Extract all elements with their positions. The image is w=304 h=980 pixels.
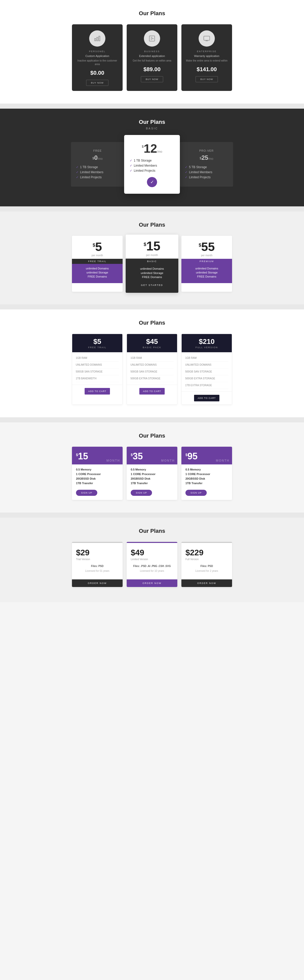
s5-price-area-15: $15 MONTH (72, 447, 123, 465)
s2-feature-item: ✓Limited Members (76, 170, 119, 174)
s1-btn-enterprise[interactable]: BUY NOW (196, 76, 218, 82)
s5-spec-row: 0.5 Memory (185, 468, 228, 471)
section2-pricing: Our Plans BASIC FREE $0/mo ✓1 TB Storage… (0, 109, 304, 206)
svg-rect-0 (95, 38, 96, 41)
format-label: Files: (91, 565, 97, 568)
business-icon-wrap (144, 30, 160, 46)
spec-label: Transfer (137, 482, 148, 485)
price-num: 15 (78, 451, 88, 461)
s3-get-started-btn[interactable]: GET STARTED (130, 282, 174, 289)
s4-spec-item: 500GB EXTRA STORAGE (131, 375, 173, 382)
s4-spec-item: 1GB RAM (185, 355, 228, 362)
s2-price-sup-basic: $ (142, 145, 144, 148)
spec-label: Memory (135, 468, 146, 471)
s5-card-95: $95 MONTH 0.5 Memory 1 CORE Processor 20… (181, 447, 232, 500)
s1-plan-name-business: BUSINESS (131, 50, 173, 52)
s6-license-trial: Licensed for 01 years (72, 568, 123, 576)
s2-price-main-free: 0 (94, 154, 97, 161)
s6-price-area-limited: $49 Limited Version (127, 543, 177, 563)
s4-add-to-cart-btn-full[interactable]: ADD TO CART (194, 395, 220, 401)
s5-spec-row: 1TB Transfer (76, 482, 119, 485)
s1-subdesc-business: Get the full features on within area (131, 59, 173, 62)
s1-btn-business[interactable]: BUY NOW (141, 76, 163, 82)
check-icon: ✓ (76, 165, 78, 169)
s6-order-btn-trial[interactable]: ORDER NOW (72, 579, 123, 587)
s3-features-free: unlimited Domains unlimited Storage FREE… (72, 264, 123, 283)
section2-subtitle: BASIC (5, 127, 299, 130)
s4-spec-item: 1TB EXTRA STORAGE (185, 382, 228, 389)
s1-subdesc-enterprise: Make the entire area to extend within (185, 59, 228, 62)
divider2 (0, 206, 304, 212)
s5-price-area-95: $95 MONTH (181, 447, 232, 465)
s6-plan-type-full: Full Version (185, 558, 228, 561)
s5-card-15: $15 MONTH 0.5 Memory 1 CORE Processor 20… (72, 447, 123, 500)
s3-feature-item: unlimited Storage (76, 271, 119, 274)
s4-price-basic: $45 (129, 337, 175, 346)
spec-key: 20GBSSD (131, 477, 144, 480)
s2-price-main-pro: 25 (201, 154, 208, 161)
s5-signup-btn-95[interactable]: SIGN UP (185, 490, 207, 496)
feature-text: Limited Projects (80, 175, 102, 179)
s1-btn-personel[interactable]: BUY NOW (86, 80, 108, 86)
s2-free-label: FREE (76, 149, 119, 152)
s2-pro-label: PRO-VER (185, 149, 228, 152)
s4-spec-item: 1TB BANDWIDTH (76, 375, 119, 382)
s2-price-row-basic: $12/mo (130, 143, 174, 155)
s6-order-btn-limited[interactable]: ORDER NOW (127, 579, 177, 587)
s2-feature-item: ✓5 TB Storage (185, 165, 228, 169)
spec-label: Disk (90, 477, 95, 480)
s3-card-basic: $15 per month BASIC unlimited Domains un… (126, 235, 178, 293)
s1-desc-enterprise: Warranty application (185, 54, 228, 58)
s2-card-basic: $12/mo ✓1 TB Storage ✓Limited Members ✓L… (124, 135, 180, 194)
section4-cards: $5 FREE TRAIL 1GB RAM UNLIMITED DOMAINS … (5, 334, 299, 405)
s5-signup-btn-35[interactable]: SIGN UP (131, 490, 152, 496)
dollar-icon: $ (144, 242, 146, 247)
s3-feature-item: FREE Domains (76, 275, 119, 278)
check-icon: ✓ (76, 175, 78, 179)
spec-key: 1TB (185, 482, 191, 485)
s6-format-row-trial: Files: PSD (72, 563, 123, 568)
dollar-icon: $ (131, 453, 133, 457)
s4-add-to-cart-btn-free[interactable]: ADD TO CART (84, 388, 110, 395)
s4-plan-name-basic: BASIC PACK (129, 346, 175, 349)
s6-price-full: $229 (185, 548, 228, 557)
s6-plan-type-limited: Limited Version (131, 558, 173, 561)
check-icon: ✓ (130, 159, 132, 162)
spec-label: Memory (190, 468, 201, 471)
s4-spec-item: 1GB RAM (131, 355, 173, 362)
s1-subdesc-personel: Inactive application to the customer are… (76, 59, 119, 66)
feature-text: Limited Members (80, 170, 103, 174)
format-value: PSD (98, 565, 103, 568)
section2-cards: FREE $0/mo ✓1 TB Storage ✓Limited Member… (5, 135, 299, 194)
divider4 (0, 417, 304, 422)
s5-signup-btn-15[interactable]: SIGN UP (76, 490, 97, 496)
format-value: .PSD .AI .PNG .CSH .SVG (141, 565, 171, 568)
spec-key: 1TB (76, 482, 81, 485)
s2-feature-item: ✓Limited Members (185, 170, 228, 174)
section5-cards: $15 MONTH 0.5 Memory 1 CORE Processor 20… (5, 447, 299, 500)
s5-card-35: $35 MONTH 0.5 Memory 1 CORE Processor 20… (127, 447, 177, 500)
s3-feature-item: unlimited Domains (185, 267, 228, 270)
s6-plan-type-trial: Trial Version (76, 558, 119, 561)
s4-price-area-free: $5 FREE TRAIL (72, 334, 123, 352)
s6-price-limited: $49 (131, 548, 173, 557)
s6-order-btn-full[interactable]: ORDER NOW (181, 579, 232, 587)
s4-add-to-cart-btn-basic[interactable]: ADD TO CART (139, 388, 165, 395)
divider5 (0, 512, 304, 518)
section4-title: Our Plans (5, 320, 299, 326)
feature-text: Limited Projects (134, 169, 155, 172)
svg-rect-1 (97, 37, 98, 41)
s5-month-label-15: MONTH (107, 459, 120, 462)
s4-spec-item: 500GB SAN STORAGE (76, 368, 119, 375)
s5-spec-row: 20GBSSD Disk (76, 477, 119, 480)
s2-feature-item: ✓1 TB Storage (76, 165, 119, 169)
s2-circle-checkmark[interactable]: ✓ (147, 177, 157, 187)
s3-per-basic: per month (130, 254, 174, 256)
dollar-icon: $ (76, 453, 78, 457)
spec-key: 0.5 (185, 468, 189, 471)
s4-price-area-full: $210 FULL VERSION (181, 334, 232, 352)
s4-specs-free: 1GB RAM UNLIMITED DOMAINS 500GB SAN STOR… (72, 352, 123, 385)
s6-format-row-limited: Files: .PSD .AI .PNG .CSH .SVG (127, 563, 177, 568)
s2-card-free: FREE $0/mo ✓1 TB Storage ✓Limited Member… (71, 142, 124, 187)
section1-pricing: Our Plans PERSONEL Custom Application In… (0, 0, 304, 103)
